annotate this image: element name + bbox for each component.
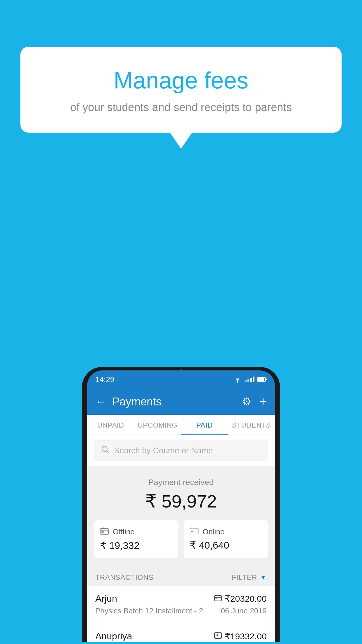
svg-text:₹: ₹ — [216, 634, 219, 638]
back-button[interactable]: ← — [95, 396, 106, 408]
search-bar[interactable]: Search by Course or Name — [94, 440, 268, 461]
battery-icon — [257, 377, 267, 382]
svg-rect-13 — [215, 596, 222, 601]
online-type: Online — [203, 527, 224, 536]
transaction-name: Arjun — [95, 593, 117, 604]
filter-button[interactable]: FILTER ▼ — [232, 573, 267, 582]
svg-rect-8 — [101, 531, 104, 533]
svg-line-5 — [107, 451, 109, 453]
transaction-bottom: Physics Batch 12 Installment - 2 06 June… — [95, 606, 267, 615]
bubble-subtitle: of your students and send receipts to pa… — [44, 101, 318, 114]
add-icon[interactable]: + — [259, 395, 267, 409]
payment-amount: ₹ 59,972 — [94, 491, 268, 512]
filter-label: FILTER — [232, 573, 257, 582]
transaction-top-2: Anupriya ₹ ₹19332.00 — [95, 631, 267, 642]
online-card-header: Online — [190, 527, 262, 536]
wifi-icon — [233, 376, 242, 383]
transaction-row[interactable]: Arjun ₹20320.00 Physics Batch 1 — [87, 586, 275, 623]
tab-unpaid[interactable]: UNPAID — [87, 415, 134, 435]
transactions-label: TRANSACTIONS — [95, 573, 154, 582]
transaction-row-partial[interactable]: Anupriya ₹ ₹19332.00 — [87, 623, 275, 642]
payment-method-icon-2: ₹ — [214, 632, 222, 640]
status-time: 14:29 — [95, 375, 114, 384]
transaction-top: Arjun ₹20320.00 — [95, 593, 267, 604]
signal-icon — [245, 377, 254, 382]
transaction-date: 06 June 2019 — [221, 606, 267, 615]
search-placeholder-text: Search by Course or Name — [114, 446, 213, 455]
transactions-header: TRANSACTIONS FILTER ▼ — [87, 567, 275, 586]
svg-text:₹: ₹ — [102, 527, 104, 530]
payment-cards: ₹ Offline ₹ 19,332 — [94, 520, 268, 558]
online-amount: ₹ 40,640 — [190, 539, 262, 551]
transaction-amount-wrap: ₹20320.00 — [214, 594, 267, 604]
offline-card: ₹ Offline ₹ 19,332 — [94, 520, 178, 558]
offline-icon: ₹ — [100, 527, 109, 537]
settings-icon[interactable]: ⚙ — [242, 396, 251, 408]
offline-amount: ₹ 19,332 — [100, 540, 172, 551]
transaction-amount: ₹20320.00 — [225, 594, 267, 604]
speech-bubble-container: Manage fees of your students and send re… — [20, 47, 342, 133]
app-header: ← Payments ⚙ + — [87, 388, 275, 415]
tab-students[interactable]: STUDENTS — [228, 415, 275, 435]
transaction-amount-wrap-2: ₹ ₹19332.00 — [214, 631, 267, 641]
phone-outer: 14:29 — [82, 367, 280, 642]
tabs-container: UNPAID UPCOMING PAID STUDENTS — [87, 415, 275, 435]
payment-method-icon — [214, 595, 222, 603]
payment-label: Payment received — [94, 478, 268, 487]
svg-rect-15 — [215, 598, 217, 599]
search-container: Search by Course or Name — [87, 435, 275, 466]
svg-rect-2 — [266, 379, 267, 380]
status-bar: 14:29 — [87, 370, 275, 388]
header-title: Payments — [112, 396, 242, 408]
offline-type: Offline — [113, 527, 135, 536]
transaction-amount-2: ₹19332.00 — [225, 631, 267, 641]
status-icons — [233, 376, 267, 383]
tab-upcoming[interactable]: UPCOMING — [134, 415, 181, 435]
app-content: Search by Course or Name Payment receive… — [87, 435, 275, 642]
transaction-name-2: Anupriya — [95, 631, 132, 642]
transaction-course: Physics Batch 12 Installment - 2 — [95, 606, 203, 615]
tab-paid[interactable]: PAID — [181, 415, 228, 435]
offline-card-header: ₹ Offline — [100, 527, 172, 537]
svg-rect-6 — [100, 528, 108, 534]
svg-rect-3 — [258, 378, 264, 381]
search-icon — [101, 445, 109, 456]
online-icon — [190, 527, 198, 536]
bubble-title: Manage fees — [44, 67, 318, 94]
svg-point-0 — [237, 382, 238, 383]
online-card: Online ₹ 40,640 — [184, 520, 268, 558]
payment-summary: Payment received ₹ 59,972 — [87, 466, 275, 567]
speech-bubble: Manage fees of your students and send re… — [20, 47, 342, 133]
header-actions: ⚙ + — [242, 395, 267, 409]
filter-icon: ▼ — [260, 574, 267, 581]
svg-rect-12 — [191, 531, 193, 532]
phone-mockup: 14:29 — [82, 367, 280, 644]
